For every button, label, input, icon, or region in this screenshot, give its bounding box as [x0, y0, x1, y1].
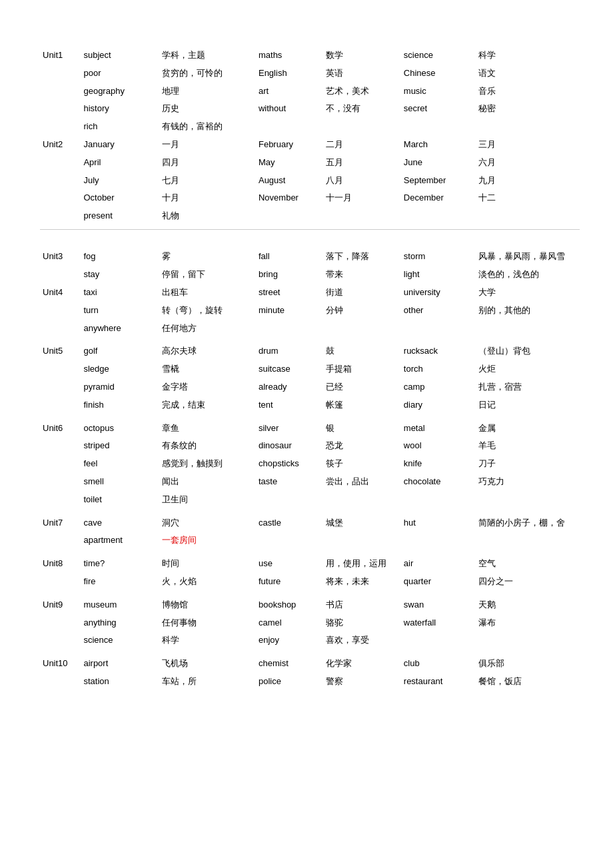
table-row: Unit6octopus章鱼silver银metal金属	[40, 420, 580, 438]
spacer-row	[40, 650, 580, 655]
table-row: history历史without不，没有secret秘密	[40, 100, 580, 118]
word-en2	[256, 118, 323, 136]
unit-label: Unit7	[40, 514, 81, 532]
word-zh3: 九月	[476, 172, 580, 190]
table-row: pyramid金字塔already已经camp扎营，宿营	[40, 378, 580, 396]
unit-label	[40, 632, 81, 650]
word-zh1: 飞机场	[159, 655, 256, 673]
word-en3: other	[401, 302, 476, 320]
word-en1: station	[81, 673, 159, 691]
table-row: geography地理art艺术，美术music音乐	[40, 83, 580, 101]
table-row: fire火，火焰future将来，未来quarter四分之一	[40, 573, 580, 591]
unit-label	[40, 473, 81, 491]
word-zh3: 语文	[476, 65, 580, 83]
word-en3: hut	[401, 514, 476, 532]
table-row: turn转（弯），旋转minute分钟other别的，其他的	[40, 302, 580, 320]
word-zh1: 科学	[159, 632, 256, 650]
word-en3: secret	[401, 100, 476, 118]
word-en3: camp	[401, 378, 476, 396]
table-row: Unit9museum博物馆bookshop书店swan天鹅	[40, 596, 580, 614]
word-zh1: 任何事物	[159, 614, 256, 632]
word-en1: July	[81, 172, 159, 190]
word-zh1: 有钱的，富裕的	[159, 118, 256, 136]
word-en2	[256, 207, 323, 225]
word-zh1: 时间	[159, 555, 256, 573]
word-zh2	[323, 532, 401, 550]
word-zh2: 数学	[323, 47, 401, 65]
word-zh2: 五月	[323, 154, 401, 172]
word-zh3	[476, 207, 580, 225]
word-zh2: 喜欢，享受	[323, 632, 401, 650]
word-zh3: 科学	[476, 47, 580, 65]
word-en2: use	[256, 555, 323, 573]
word-zh3: 大学	[476, 284, 580, 302]
word-en2: February	[256, 136, 323, 154]
table-row: Unit5golf高尔夫球drum鼓rucksack（登山）背包	[40, 342, 580, 360]
unit-label	[40, 154, 81, 172]
word-en2	[256, 320, 323, 338]
word-en3: March	[401, 136, 476, 154]
table-row: present礼物	[40, 207, 580, 225]
unit-label: Unit1	[40, 47, 81, 65]
table-row: finish完成，结束tent帐篷diary日记	[40, 396, 580, 414]
unit-label	[40, 320, 81, 338]
unit-label: Unit8	[40, 555, 81, 573]
word-zh1: 雾	[159, 248, 256, 266]
word-en3	[401, 320, 476, 338]
word-en2: taste	[256, 473, 323, 491]
word-en3: club	[401, 655, 476, 673]
word-en1: airport	[81, 655, 159, 673]
word-en1: fire	[81, 573, 159, 591]
word-zh2: 书店	[323, 596, 401, 614]
table-row: anywhere任何地方	[40, 320, 580, 338]
unit-label	[40, 100, 81, 118]
word-zh2: 带来	[323, 266, 401, 284]
word-en1: feel	[81, 455, 159, 473]
table-row: Unit2January一月February二月March三月	[40, 136, 580, 154]
word-en2: without	[256, 100, 323, 118]
word-zh3: 六月	[476, 154, 580, 172]
word-zh3: 风暴，暴风雨，暴风雪	[476, 248, 580, 266]
word-zh1: 雪橇	[159, 360, 256, 378]
word-en3: light	[401, 266, 476, 284]
spacer-row	[40, 509, 580, 514]
word-en2	[256, 532, 323, 550]
word-zh2: 将来，未来	[323, 573, 401, 591]
table-row: Unit4taxi出租车street街道university大学	[40, 284, 580, 302]
word-zh3: 淡色的，浅色的	[476, 266, 580, 284]
spacer-row	[40, 414, 580, 420]
word-zh2	[323, 207, 401, 225]
word-en1: science	[81, 632, 159, 650]
word-zh1: 礼物	[159, 207, 256, 225]
unit-label	[40, 455, 81, 473]
word-en2: November	[256, 189, 323, 207]
word-en3: September	[401, 172, 476, 190]
word-en3: rucksack	[401, 342, 476, 360]
word-zh3: 简陋的小房子，棚，舍	[476, 514, 580, 532]
word-en1: apartment	[81, 532, 159, 550]
word-en1: pyramid	[81, 378, 159, 396]
word-zh2: 尝出，品出	[323, 473, 401, 491]
unit-label	[40, 491, 81, 509]
word-en3: wool	[401, 437, 476, 455]
word-en2: street	[256, 284, 323, 302]
word-en2: enjoy	[256, 632, 323, 650]
unit-label	[40, 83, 81, 101]
word-en2: tent	[256, 396, 323, 414]
unit-label: Unit6	[40, 420, 81, 438]
unit-label: Unit2	[40, 136, 81, 154]
word-en1: cave	[81, 514, 159, 532]
word-en1: anywhere	[81, 320, 159, 338]
word-zh2: 警察	[323, 673, 401, 691]
word-zh2: 不，没有	[323, 100, 401, 118]
vocabulary-table: Unit1subject学科，主题maths数学science科学poor贫穷的…	[40, 47, 580, 691]
word-en1: golf	[81, 342, 159, 360]
word-en3: June	[401, 154, 476, 172]
word-zh1: 地理	[159, 83, 256, 101]
word-zh3	[476, 532, 580, 550]
word-zh1: 七月	[159, 172, 256, 190]
table-row: Unit3fog雾fall落下，降落storm风暴，暴风雨，暴风雪	[40, 248, 580, 266]
word-en3	[401, 118, 476, 136]
word-en2: castle	[256, 514, 323, 532]
word-zh2: 落下，降落	[323, 248, 401, 266]
